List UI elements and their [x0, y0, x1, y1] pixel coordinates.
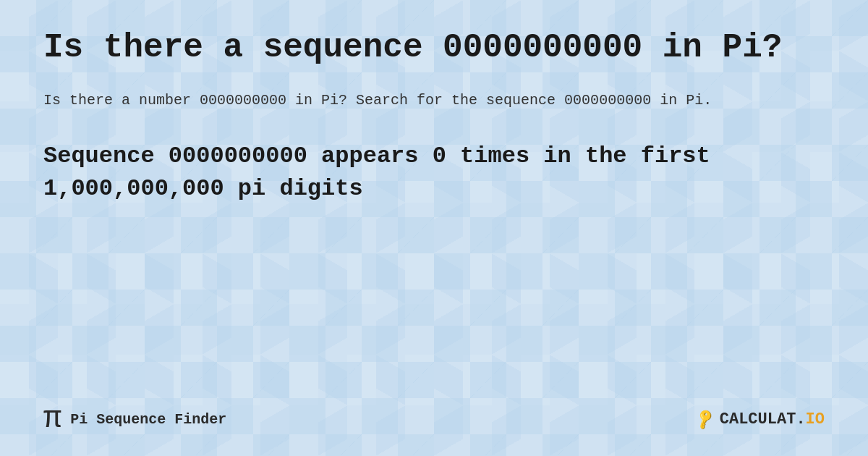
site-name: Pi Sequence Finder [70, 411, 226, 428]
calculatio-logo[interactable]: 🔑 CALCULAT.IO [696, 410, 825, 428]
key-icon: 🔑 [692, 407, 717, 431]
footer-branding: π Pi Sequence Finder [43, 404, 226, 434]
pi-symbol-icon: π [43, 404, 61, 434]
logo-io: IO [806, 410, 825, 428]
page-description: Is there a number 0000000000 in Pi? Sear… [43, 89, 825, 111]
result-section: Sequence 0000000000 appears 0 times in t… [43, 140, 825, 206]
footer: π Pi Sequence Finder 🔑 CALCULAT.IO [43, 404, 825, 434]
logo-text: CALCULAT.IO [720, 410, 825, 428]
logo-calculat: CALCULAT. [720, 410, 806, 428]
page-title: Is there a sequence 0000000000 in Pi? [43, 29, 825, 67]
result-text: Sequence 0000000000 appears 0 times in t… [43, 140, 803, 206]
